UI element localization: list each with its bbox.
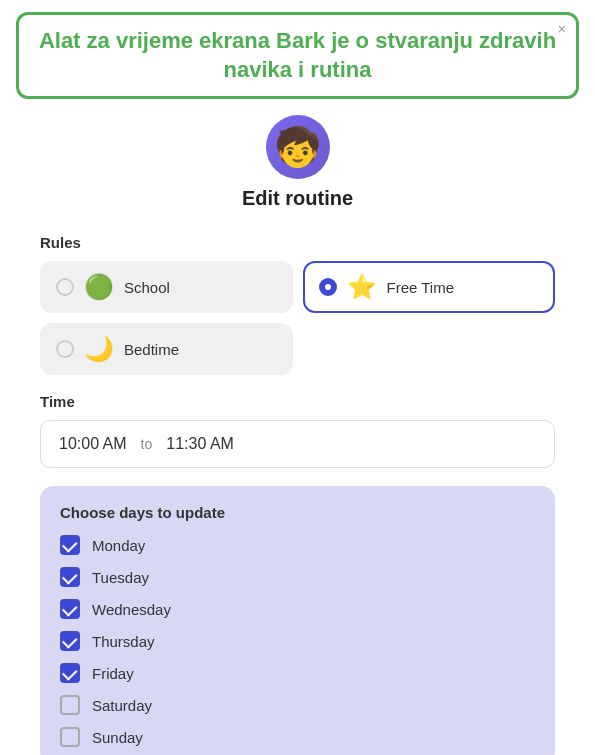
page-title: Edit routine — [242, 187, 353, 210]
bedtime-icon: 🌙 — [84, 337, 114, 361]
days-section: Choose days to update Monday Tuesday Wed… — [40, 486, 555, 755]
checkbox-monday[interactable] — [60, 535, 80, 555]
day-label-friday: Friday — [92, 665, 134, 682]
main-content: 🧒 Edit routine Rules 🟢 School ⭐ Free Tim… — [0, 107, 595, 755]
day-item-thursday: Thursday — [60, 631, 535, 651]
checkbox-saturday[interactable] — [60, 695, 80, 715]
school-label: School — [124, 279, 170, 296]
day-item-saturday: Saturday — [60, 695, 535, 715]
rules-grid: 🟢 School ⭐ Free Time — [40, 261, 555, 313]
avatar: 🧒 — [266, 115, 330, 179]
day-item-friday: Friday — [60, 663, 535, 683]
days-title: Choose days to update — [60, 504, 535, 521]
checkbox-thursday[interactable] — [60, 631, 80, 651]
close-banner-button[interactable]: × — [558, 21, 566, 37]
checkbox-sunday[interactable] — [60, 727, 80, 747]
school-icon: 🟢 — [84, 275, 114, 299]
day-item-wednesday: Wednesday — [60, 599, 535, 619]
time-to-value[interactable]: 11:30 AM — [166, 435, 234, 453]
checkbox-friday[interactable] — [60, 663, 80, 683]
free-time-label: Free Time — [387, 279, 455, 296]
day-label-wednesday: Wednesday — [92, 601, 171, 618]
rule-option-free-time[interactable]: ⭐ Free Time — [303, 261, 556, 313]
time-label: Time — [40, 393, 555, 410]
day-label-thursday: Thursday — [92, 633, 155, 650]
checkbox-wednesday[interactable] — [60, 599, 80, 619]
rules-label: Rules — [40, 234, 555, 251]
phone-container: Alat za vrijeme ekrana Bark je o stvaran… — [0, 0, 595, 755]
day-label-saturday: Saturday — [92, 697, 152, 714]
day-label-monday: Monday — [92, 537, 145, 554]
day-item-monday: Monday — [60, 535, 535, 555]
time-from[interactable]: 10:00 AM — [59, 435, 127, 453]
top-banner: Alat za vrijeme ekrana Bark je o stvaran… — [16, 12, 579, 99]
checkbox-tuesday[interactable] — [60, 567, 80, 587]
rule-option-bedtime[interactable]: 🌙 Bedtime — [40, 323, 293, 375]
radio-school[interactable] — [56, 278, 74, 296]
time-row[interactable]: 10:00 AM to 11:30 AM — [40, 420, 555, 468]
radio-free-time[interactable] — [319, 278, 337, 296]
day-label-sunday: Sunday — [92, 729, 143, 746]
banner-text: Alat za vrijeme ekrana Bark je o stvaran… — [35, 27, 560, 84]
avatar-section: 🧒 Edit routine — [40, 115, 555, 228]
radio-bedtime[interactable] — [56, 340, 74, 358]
day-item-tuesday: Tuesday — [60, 567, 535, 587]
rules-section: Rules 🟢 School ⭐ Free Time 🌙 — [40, 234, 555, 375]
free-time-icon: ⭐ — [347, 275, 377, 299]
day-item-sunday: Sunday — [60, 727, 535, 747]
time-section: Time 10:00 AM to 11:30 AM — [40, 393, 555, 468]
bedtime-label: Bedtime — [124, 341, 179, 358]
avatar-emoji: 🧒 — [274, 125, 321, 169]
day-label-tuesday: Tuesday — [92, 569, 149, 586]
rule-option-school[interactable]: 🟢 School — [40, 261, 293, 313]
time-to-label: to — [141, 436, 153, 452]
